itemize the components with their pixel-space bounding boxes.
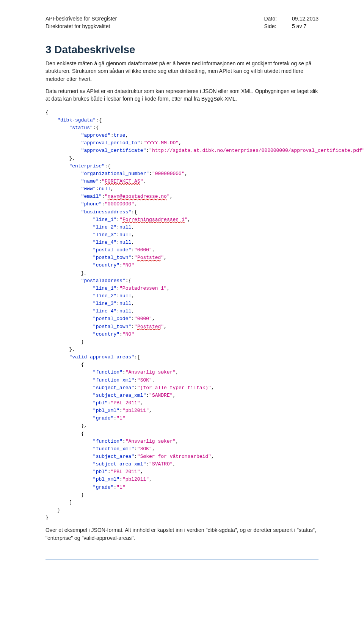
dato-label: Dato:	[264, 15, 276, 23]
side-value: 5 av 7	[292, 23, 318, 30]
header-right: Dato: 09.12.2013 Side: 5 av 7	[264, 15, 318, 30]
page: API-beskrivelse for SGregister Direktora…	[0, 0, 364, 585]
header-left: API-beskrivelse for SGregister Direktora…	[46, 15, 117, 30]
header-title: API-beskrivelse for SGregister	[46, 15, 117, 23]
json-example: { "dibk-sgdata":{ "status":{ "approved":…	[46, 109, 318, 522]
paragraph-1: Den enkleste måten å gå gjennom dataform…	[46, 60, 318, 83]
side-label: Side:	[264, 23, 276, 30]
dato-value: 09.12.2013	[292, 15, 318, 23]
paragraph-3: Over et eksempel i JSON-format. Alt innh…	[46, 526, 318, 542]
section-heading: 3 Databeskrivelse	[46, 44, 318, 56]
footer-divider	[46, 559, 318, 560]
page-header: API-beskrivelse for SGregister Direktora…	[46, 15, 318, 30]
paragraph-2: Data returnert av APIet er en datastrukt…	[46, 87, 318, 103]
header-subtitle: Direktoratet for byggkvalitet	[46, 23, 117, 30]
